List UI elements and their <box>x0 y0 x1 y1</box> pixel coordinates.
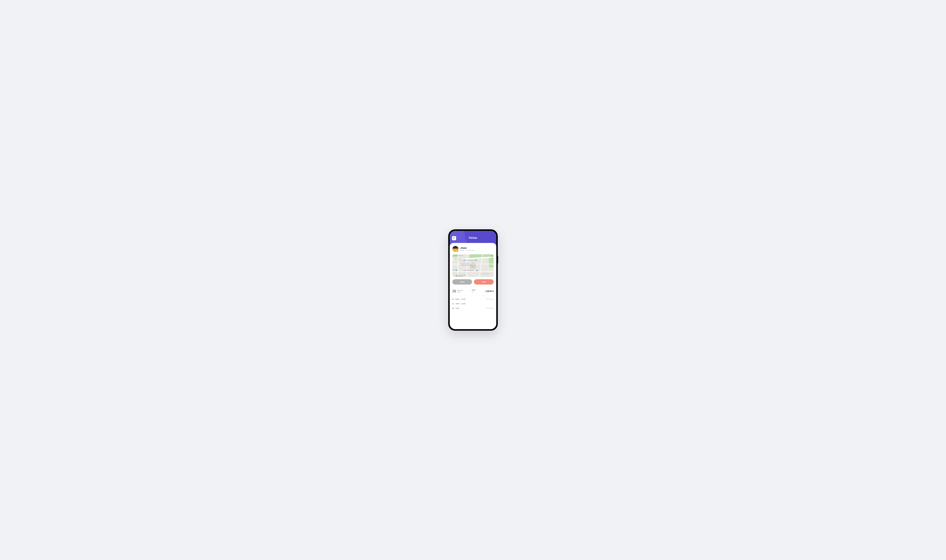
greeting-hello: ¡Hola! <box>460 247 474 249</box>
date-text: Miércoles Junio <box>457 290 463 293</box>
map-road <box>458 254 458 277</box>
entry-row: 12:02 Remoto <box>452 306 494 311</box>
in-out-block: → 09.55 ← — <box>469 289 475 293</box>
map-poi-label: de València <box>457 276 463 277</box>
entry-time: 12:02 <box>455 308 459 309</box>
arrow-out-icon: ← <box>469 292 471 293</box>
greeting-row: ¡Hola! 09:55 — 26 de Junio <box>452 246 494 252</box>
entry-location: Remoto <box>486 298 494 300</box>
month-label: Junio <box>457 291 463 293</box>
check-out-time: — <box>472 292 473 293</box>
map-poi-label: Nicolás de Bari y San… <box>461 265 472 266</box>
app-screen: Fichar ¡Hola! 09:55 — 26 de Junio <box>450 231 496 329</box>
map-poi-label: Mercado Central <box>457 274 465 275</box>
page-title: Fichar <box>450 236 496 239</box>
content-card: ¡Hola! 09:55 — 26 de Junio NH Valencia C… <box>450 243 496 329</box>
map-road <box>452 271 494 272</box>
map-poi-label: NH Valencia Center <box>453 255 463 256</box>
avatar[interactable] <box>452 246 458 252</box>
check-in-time: 09.55 <box>472 289 475 291</box>
location-map[interactable]: NH Valencia Center València Modern ◉ Tor… <box>452 254 494 277</box>
map-poi-label: Jardí <box>491 255 493 256</box>
check-out-line: ← — <box>469 292 475 293</box>
map-poi-label: València Modern <box>454 259 462 260</box>
status-dot-icon <box>452 308 454 309</box>
map-pin-icon: ◉ <box>475 259 477 261</box>
check-in-line: → 09.55 <box>469 289 475 291</box>
map-poi-label: Catedral de València <box>463 270 474 271</box>
map-district-label: LA XEREA <box>481 273 489 274</box>
map-road <box>466 254 467 277</box>
exit-button[interactable]: Salir <box>474 279 494 285</box>
map-poi-label: Parroquia de San <box>461 263 469 264</box>
status-dot-icon <box>452 299 454 300</box>
day-summary: 26 Miércoles Junio → 09.55 ← — <box>452 287 494 295</box>
date-block: 26 Miércoles Junio <box>452 289 466 293</box>
entry-row: 09:55 — 10:55 Remoto <box>452 297 494 302</box>
map-pin-icon: ◉ <box>455 274 457 277</box>
map-poi-label: Torres de Serranos <box>465 260 475 261</box>
action-buttons: Pausa Salir <box>452 279 494 285</box>
entry-time: 09:55 — 10:55 <box>455 298 465 300</box>
phone-frame: Fichar ¡Hola! 09:55 — 26 de Junio <box>448 229 498 331</box>
map-poi-label: Reial <box>491 256 493 257</box>
entry-row: 10:55 — 12:02 <box>452 302 494 306</box>
map-pin-icon: ◉ <box>463 259 465 261</box>
map-park <box>489 256 494 268</box>
pause-button[interactable]: Pausa <box>452 279 472 285</box>
weekday-label: Miércoles <box>457 290 463 291</box>
entry-time: 10:55 — 12:02 <box>455 303 465 305</box>
map-poi-label: Quart <box>452 269 455 271</box>
location-pin-icon <box>486 298 488 300</box>
arrow-in-icon: → <box>469 289 471 291</box>
entry-location: Remoto <box>486 307 494 309</box>
greeting-text: ¡Hola! 09:55 — 26 de Junio <box>460 247 474 251</box>
location-pin-icon <box>486 307 488 309</box>
duration-label: 1:00:03 h <box>486 290 494 292</box>
status-online-icon <box>457 251 458 252</box>
entries-list: 09:55 — 10:55 Remoto 10:55 — 12:02 12:02 <box>452 296 494 311</box>
status-dot-icon <box>452 303 454 305</box>
map-pin-icon: ◉ <box>455 269 457 271</box>
greeting-meta: 09:55 — 26 de Junio <box>460 249 474 251</box>
entry-location-text: Remoto <box>488 308 494 309</box>
entry-location-text: Remoto <box>488 298 494 300</box>
map-pin-icon: ◉ <box>476 269 478 271</box>
day-number: 26 <box>452 289 456 293</box>
